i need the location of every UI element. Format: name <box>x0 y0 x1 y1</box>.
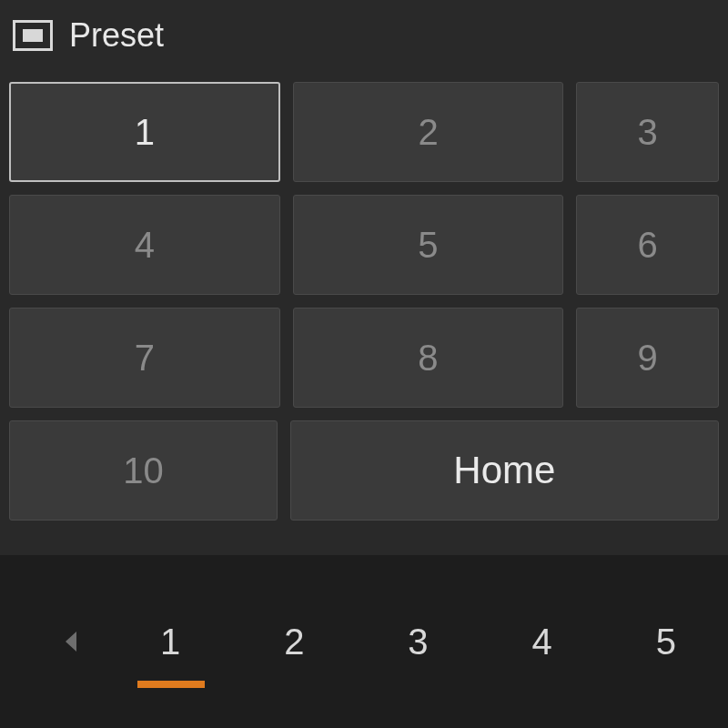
preset-button-1[interactable]: 1 <box>9 82 280 182</box>
panel-title: Preset <box>69 16 164 55</box>
pager-bar: 1 2 3 4 5 <box>0 555 728 728</box>
preset-grid: 1 2 3 4 5 6 7 8 9 10 Home <box>0 82 728 521</box>
preset-icon <box>13 20 53 51</box>
pager-page-2[interactable]: 2 <box>232 601 356 682</box>
preset-button-9[interactable]: 9 <box>576 308 719 408</box>
preset-button-6[interactable]: 6 <box>576 195 719 295</box>
pager-prev-button[interactable] <box>36 605 108 678</box>
preset-row: 1 2 3 <box>9 82 719 182</box>
triangle-left-icon <box>64 630 80 653</box>
preset-button-2[interactable]: 2 <box>293 82 564 182</box>
pager-page-1[interactable]: 1 <box>108 601 232 682</box>
preset-button-8[interactable]: 8 <box>293 308 564 408</box>
panel-header: Preset <box>0 9 728 82</box>
pager-page-3[interactable]: 3 <box>356 601 480 682</box>
preset-button-7[interactable]: 7 <box>9 308 280 408</box>
preset-button-home[interactable]: Home <box>290 420 719 521</box>
svg-marker-0 <box>66 632 76 652</box>
preset-row: 10 Home <box>9 420 719 521</box>
preset-button-5[interactable]: 5 <box>293 195 564 295</box>
preset-button-3[interactable]: 3 <box>576 82 719 182</box>
preset-button-4[interactable]: 4 <box>9 195 280 295</box>
pager-page-4[interactable]: 4 <box>480 601 604 682</box>
pager: 1 2 3 4 5 <box>0 601 728 682</box>
preset-panel: Preset 1 2 3 4 5 6 7 8 9 10 Home <box>0 0 728 728</box>
preset-button-10[interactable]: 10 <box>9 420 278 521</box>
preset-row: 7 8 9 <box>9 308 719 408</box>
pager-page-5[interactable]: 5 <box>604 601 728 682</box>
preset-row: 4 5 6 <box>9 195 719 295</box>
